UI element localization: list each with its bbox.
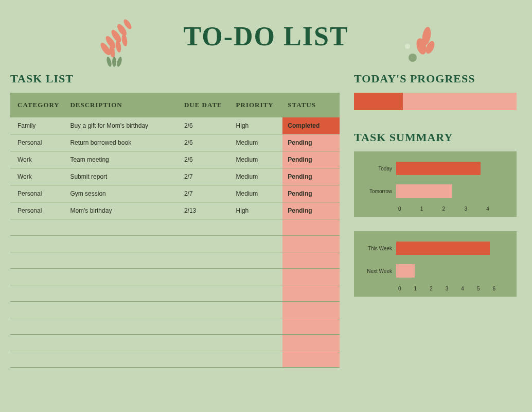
svg-point-6 — [115, 40, 122, 53]
chart-bar — [396, 162, 481, 175]
cell-empty[interactable] — [65, 335, 179, 351]
cell-empty[interactable] — [65, 285, 179, 302]
cell-empty[interactable] — [282, 269, 340, 285]
cell-due[interactable]: 2/7 — [179, 185, 231, 202]
cell-category[interactable]: Personal — [10, 134, 65, 151]
cell-description[interactable]: Team meeting — [65, 151, 179, 168]
chart-tick: 0 — [398, 206, 420, 212]
cell-category[interactable]: Family — [10, 117, 65, 134]
cell-priority[interactable]: High — [231, 202, 283, 219]
cell-empty[interactable] — [65, 269, 179, 285]
chart-axis: 0123456 — [400, 286, 508, 291]
cell-due[interactable]: 2/6 — [179, 151, 231, 168]
cell-empty[interactable] — [10, 302, 65, 318]
chart-label: Tomorrow — [362, 188, 396, 194]
cell-empty[interactable] — [282, 335, 340, 351]
summary-chart: This WeekNext Week0123456 — [354, 231, 517, 297]
chart-bar-area — [396, 264, 508, 278]
chart-row: Tomorrow — [362, 183, 508, 199]
cell-empty[interactable] — [282, 252, 340, 269]
col-due-date: DUE DATE — [179, 93, 231, 117]
cell-priority[interactable]: Medium — [231, 151, 283, 168]
cell-empty[interactable] — [231, 285, 283, 302]
cell-empty[interactable] — [10, 351, 65, 368]
cell-due[interactable]: 2/7 — [179, 168, 231, 185]
svg-point-10 — [106, 56, 113, 67]
cell-empty[interactable] — [231, 335, 283, 351]
cell-empty[interactable] — [10, 318, 65, 335]
cell-empty[interactable] — [282, 236, 340, 252]
cell-empty[interactable] — [282, 302, 340, 318]
chart-tick: 6 — [492, 286, 508, 291]
cell-empty[interactable] — [65, 219, 179, 236]
table-row-empty — [10, 236, 340, 252]
cell-priority[interactable]: High — [231, 117, 283, 134]
cell-empty[interactable] — [231, 219, 283, 236]
cell-empty[interactable] — [10, 285, 65, 302]
cell-empty[interactable] — [179, 219, 231, 236]
cell-description[interactable]: Buy a gift for Mom's birthday — [65, 117, 179, 134]
cell-empty[interactable] — [179, 252, 231, 269]
cell-empty[interactable] — [231, 318, 283, 335]
chart-label: This Week — [362, 246, 396, 251]
cell-empty[interactable] — [179, 351, 231, 368]
cell-status[interactable]: Pending — [282, 168, 340, 185]
cell-empty[interactable] — [10, 269, 65, 285]
cell-empty[interactable] — [231, 236, 283, 252]
cell-empty[interactable] — [231, 351, 283, 368]
cell-due[interactable]: 2/13 — [179, 202, 231, 219]
cell-description[interactable]: Mom's birthday — [65, 202, 179, 219]
cell-status[interactable]: Pending — [282, 134, 340, 151]
cell-empty[interactable] — [282, 351, 340, 368]
summary-chart: TodayTomorrow01234 — [354, 151, 517, 217]
cell-due[interactable]: 2/6 — [179, 134, 231, 151]
cell-status[interactable]: Pending — [282, 151, 340, 168]
cell-status[interactable]: Completed — [282, 117, 340, 134]
cell-priority[interactable]: Medium — [231, 185, 283, 202]
col-description: DESCRIPTION — [65, 93, 179, 117]
cell-status[interactable]: Pending — [282, 202, 340, 219]
cell-empty[interactable] — [10, 252, 65, 269]
cell-empty[interactable] — [231, 269, 283, 285]
cell-empty[interactable] — [10, 335, 65, 351]
cell-empty[interactable] — [282, 285, 340, 302]
cell-empty[interactable] — [231, 252, 283, 269]
chart-tick: 5 — [477, 286, 493, 291]
table-row: FamilyBuy a gift for Mom's birthday2/6Hi… — [10, 117, 340, 134]
chart-tick: 1 — [420, 206, 442, 212]
leaf-decoration-right-icon — [398, 26, 445, 72]
cell-empty[interactable] — [65, 252, 179, 269]
cell-priority[interactable]: Medium — [231, 134, 283, 151]
cell-category[interactable]: Personal — [10, 202, 65, 219]
cell-empty[interactable] — [231, 302, 283, 318]
cell-empty[interactable] — [10, 219, 65, 236]
cell-description[interactable]: Gym session — [65, 185, 179, 202]
cell-empty[interactable] — [10, 236, 65, 252]
cell-empty[interactable] — [179, 335, 231, 351]
cell-empty[interactable] — [179, 269, 231, 285]
cell-empty[interactable] — [282, 318, 340, 335]
cell-empty[interactable] — [179, 285, 231, 302]
cell-description[interactable]: Submit report — [65, 168, 179, 185]
cell-category[interactable]: Work — [10, 168, 65, 185]
cell-empty[interactable] — [179, 236, 231, 252]
svg-point-7 — [121, 33, 128, 46]
cell-empty[interactable] — [179, 302, 231, 318]
cell-empty[interactable] — [179, 318, 231, 335]
cell-priority[interactable]: Medium — [231, 168, 283, 185]
chart-row: This Week — [362, 241, 508, 256]
cell-empty[interactable] — [65, 236, 179, 252]
cell-category[interactable]: Work — [10, 151, 65, 168]
cell-empty[interactable] — [65, 351, 179, 368]
cell-description[interactable]: Return borrowed book — [65, 134, 179, 151]
chart-tick: 0 — [398, 286, 414, 291]
chart-bar — [396, 184, 452, 198]
cell-category[interactable]: Personal — [10, 185, 65, 202]
page-title: TO-DO LIST — [183, 21, 348, 52]
cell-due[interactable]: 2/6 — [179, 117, 231, 134]
cell-empty[interactable] — [65, 318, 179, 335]
cell-empty[interactable] — [65, 302, 179, 318]
table-row: WorkTeam meeting2/6MediumPending — [10, 151, 340, 168]
cell-empty[interactable] — [282, 219, 340, 236]
cell-status[interactable]: Pending — [282, 185, 340, 202]
